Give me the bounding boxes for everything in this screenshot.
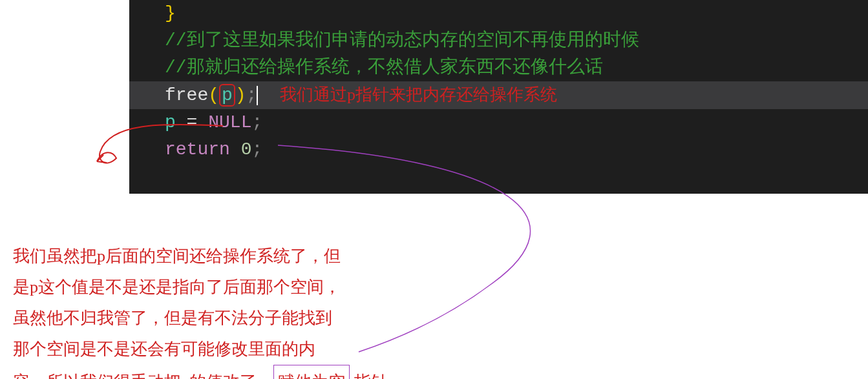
code-line-return: return 0; [129,136,868,163]
explain-line3: 虽然他不归我管了，但是有不法分子能找到 [13,309,332,327]
pointer-p-boxed: p [219,84,235,107]
code-line-null: p = NULL; [129,109,868,136]
code-line-brace: } [129,0,868,27]
open-paren: ( [208,85,219,105]
assign-op: = [176,112,208,132]
semicolon: ; [251,112,262,132]
semicolon: ; [246,85,257,105]
code-line-comment1: //到了这里如果我们申请的动态内存的空间不再使用的时候 [129,27,868,54]
explain-line4: 那个空间是不是还会有可能修改里面的内 [13,340,315,358]
return-keyword: return [165,139,230,159]
boxed-phrase: 赋他为空 [273,365,350,379]
return-value: 0 [230,139,252,159]
explain-line5-suffix: 指针 [350,373,388,379]
semicolon: ; [251,139,262,159]
explain-line1: 我们虽然把p后面的空间还给操作系统了，但 [13,247,341,265]
comment-text: //到了这里如果我们申请的动态内存的空间不再使用的时候 [165,30,639,50]
code-editor: } //到了这里如果我们申请的动态内存的空间不再使用的时候 //那就归还给操作系… [129,0,868,194]
closing-brace: } [165,3,176,23]
null-keyword: NULL [208,112,251,132]
inline-annotation: 我们通过p指针来把内存还给操作系统 [280,85,557,104]
red-arrow-head [97,155,107,163]
free-call: free [165,85,208,105]
pointer-p: p [165,112,176,132]
code-line-free: free(p); 我们通过p指针来把内存还给操作系统 [129,81,868,109]
text-cursor [257,86,258,105]
code-line-comment2: //那就归还给操作系统，不然借人家东西不还像什么话 [129,54,868,81]
explain-line5-prefix: 容，所以我们得手动把p的值改了， [13,373,273,379]
explain-line2: 是p这个值是不是还是指向了后面那个空间， [13,278,341,296]
close-paren: ) [235,85,246,105]
explanation-paragraph: 我们虽然把p后面的空间还给操作系统了，但 是p这个值是不是还是指向了后面那个空间… [13,210,388,379]
comment-text: //那就归还给操作系统，不然借人家东西不还像什么话 [165,57,603,77]
